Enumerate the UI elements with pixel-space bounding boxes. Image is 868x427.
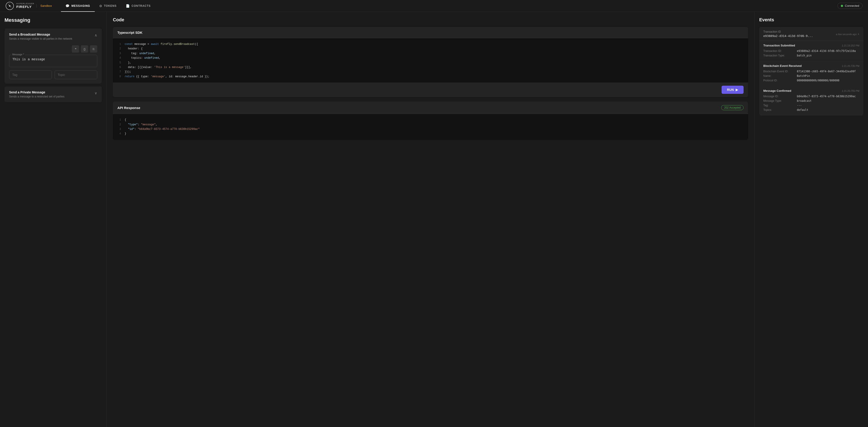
event-section-time-2: 1:21:20.755 PM	[842, 90, 859, 92]
left-panel: Messaging Send a Broadcast Message Sends…	[0, 12, 106, 427]
copy-icon-btn[interactable]: ⎘	[90, 45, 97, 53]
broadcast-card-subtitle: Sends a message visible to all parties i…	[9, 37, 72, 40]
topic-input[interactable]	[55, 70, 97, 79]
line-code-8: return {{ type: 'message', id: message.h…	[125, 74, 209, 79]
event-section-time-1: 1:21:20.735 PM	[842, 65, 859, 67]
private-card-header-content: Send a Private Message Sends a message t…	[9, 90, 64, 98]
event-section-header-1: Blockchain Event Received 1:21:20.735 PM	[759, 61, 864, 69]
private-card-header[interactable]: Send a Private Message Sends a message t…	[4, 86, 102, 102]
event-row-key-2-1: Message Type:	[763, 99, 795, 102]
event-row-key-1-2: Protocol ID:	[763, 79, 795, 82]
line-num-1: 1	[117, 42, 121, 47]
code-line-7: 7 }});	[117, 69, 744, 74]
line-num-5: 5	[117, 61, 121, 65]
connected-label: Connected	[845, 4, 859, 7]
line-num-7: 7	[117, 69, 121, 74]
nav-item-messaging-label: MESSAGING	[71, 4, 90, 7]
code-section-title: Code	[113, 17, 748, 23]
event-row-key-0-0: Transaction ID:	[763, 50, 795, 53]
event-row-2-1: Message Type: broadcast	[763, 99, 859, 102]
event-section-title-0: Transaction Submitted	[763, 44, 795, 47]
nav-item-contracts[interactable]: 📄 CONTRACTS	[121, 0, 155, 12]
event-rows-0: Transaction ID: e93889a2-d314-413d-97d6-…	[759, 49, 864, 61]
message-input-label: Message *	[11, 53, 25, 56]
typescript-sdk-header: Typescript SDK	[113, 27, 748, 38]
api-response-title: API Response	[117, 106, 140, 110]
accepted-badge: 202 Accepted	[721, 105, 744, 110]
event-row-0-0: Transaction ID: e93889a2-d314-413d-97d6-…	[763, 50, 859, 53]
tag-input[interactable]	[9, 70, 52, 79]
private-card-title: Send a Private Message	[9, 90, 64, 94]
code-icon-btn[interactable]: {}	[81, 45, 88, 53]
line-code-2: header: {	[125, 47, 143, 51]
private-chevron-icon: ∨	[94, 91, 97, 95]
event-row-1-1: Name: BatchPin	[763, 74, 859, 78]
event-row-val-2-0: b84a9bc7-0373-4574-a778-b630b15299ac	[797, 95, 859, 98]
line-num-8: 8	[117, 74, 121, 79]
messaging-icon: 💬	[65, 4, 69, 8]
message-input[interactable]	[9, 55, 97, 67]
format-icons-row: ❝ {} ⎘	[9, 45, 97, 53]
txid-time: a few seconds ago ∧	[836, 33, 859, 36]
event-section-1: Blockchain Event Received 1:21:20.735 PM…	[759, 61, 864, 86]
nav-item-tokens[interactable]: ⊙ TOKENS	[95, 0, 121, 12]
nav-item-contracts-label: CONTRACTS	[132, 4, 151, 7]
code-line-1: 1 const message = await firefly.sendBroa…	[117, 42, 744, 47]
txid-header: Transaction ID e93889a2-d314-413d-97d6-9…	[759, 27, 864, 41]
event-row-2-2: Tag: ---	[763, 104, 859, 107]
messaging-title: Messaging	[4, 17, 102, 23]
api-line-num-2: 2	[117, 122, 121, 127]
event-section-2: Message Confirmed 1:21:20.755 PM Message…	[759, 86, 864, 116]
topic-input-wrap: Topic	[55, 70, 97, 79]
event-row-val-1-2: 000000000009/000000/000000	[797, 79, 859, 82]
run-button[interactable]: RUN ▶	[722, 86, 744, 94]
broadcast-card-title: Send a Broadcast Message	[9, 33, 72, 36]
event-section-title-1: Blockchain Event Received	[763, 64, 802, 67]
api-line-code-2: "type": "message",	[125, 122, 157, 127]
run-label: RUN	[727, 88, 734, 92]
typescript-sdk-card: Typescript SDK 1 const message = await f…	[113, 27, 748, 97]
event-section-header-0: Transaction Submitted 1:21:19.252 PM	[759, 41, 864, 49]
code-line-5: 5 },	[117, 61, 744, 65]
event-row-key-2-3: Topics:	[763, 108, 795, 112]
broadcast-card-header[interactable]: Send a Broadcast Message Sends a message…	[4, 29, 102, 44]
txid-chevron-icon: ∧	[858, 33, 859, 36]
event-section-time-0: 1:21:19.252 PM	[842, 44, 859, 47]
brand-text: HYPERLEDGER FIREFLY	[16, 3, 34, 9]
typescript-sdk-code: 1 const message = await firefly.sendBroa…	[113, 38, 748, 83]
line-code-3: tag: undefined,	[125, 51, 156, 56]
event-section-0: Transaction Submitted 1:21:19.252 PM Tra…	[759, 41, 864, 61]
line-code-5: },	[125, 61, 131, 65]
line-num-6: 6	[117, 65, 121, 69]
api-line-code-3: "id": "b84a9bc7-0373-4574-a778-b630b1529…	[125, 127, 200, 131]
nav-items: 💬 MESSAGING ⊙ TOKENS 📄 CONTRACTS	[61, 0, 837, 12]
api-line-3: 3 "id": "b84a9bc7-0373-4574-a778-b630b15…	[117, 127, 744, 131]
event-row-0-1: Transaction Type: batch_pin	[763, 54, 859, 57]
svg-point-1	[9, 5, 10, 7]
nav-item-tokens-label: TOKENS	[104, 4, 117, 7]
right-panel: Events Transaction ID e93889a2-d314-413d…	[755, 12, 868, 427]
event-row-1-0: Blockchain Event ID: 87141300-c665-49f4-…	[763, 70, 859, 73]
event-row-key-2-0: Message ID:	[763, 95, 795, 98]
event-row-val-1-0: 87141300-c665-49f4-8e67-3449bd2ea99f	[797, 70, 859, 73]
api-line-num-4: 4	[117, 131, 121, 136]
tag-input-wrap: Tag	[9, 70, 52, 79]
quote-icon-btn[interactable]: ❝	[72, 45, 79, 53]
event-row-key-1-1: Name:	[763, 74, 795, 78]
event-section-header-2: Message Confirmed 1:21:20.755 PM	[759, 86, 864, 94]
event-row-key-0-1: Transaction Type:	[763, 54, 795, 57]
line-code-6: data: [{{value: 'This is a message'}}],	[125, 65, 191, 69]
sandbox-badge: Sandbox	[36, 4, 52, 7]
connected-badge: Connected	[837, 3, 863, 9]
topnav: HYPERLEDGER FIREFLY Sandbox 💬 MESSAGING …	[0, 0, 868, 12]
broadcast-card: Send a Broadcast Message Sends a message…	[4, 29, 102, 84]
events-title: Events	[759, 17, 864, 23]
event-card: Transaction ID e93889a2-d314-413d-97d6-9…	[759, 27, 864, 116]
api-response-card: API Response 202 Accepted 1 { 2 "type": …	[113, 101, 748, 140]
line-code-7: }});	[125, 69, 131, 74]
nav-item-messaging[interactable]: 💬 MESSAGING	[61, 0, 94, 12]
line-num-2: 2	[117, 47, 121, 51]
line-code-4: topics: undefined,	[125, 56, 160, 60]
contracts-icon: 📄	[126, 4, 130, 8]
broadcast-card-body: ❝ {} ⎘ Message * Tag Topic	[4, 44, 102, 84]
